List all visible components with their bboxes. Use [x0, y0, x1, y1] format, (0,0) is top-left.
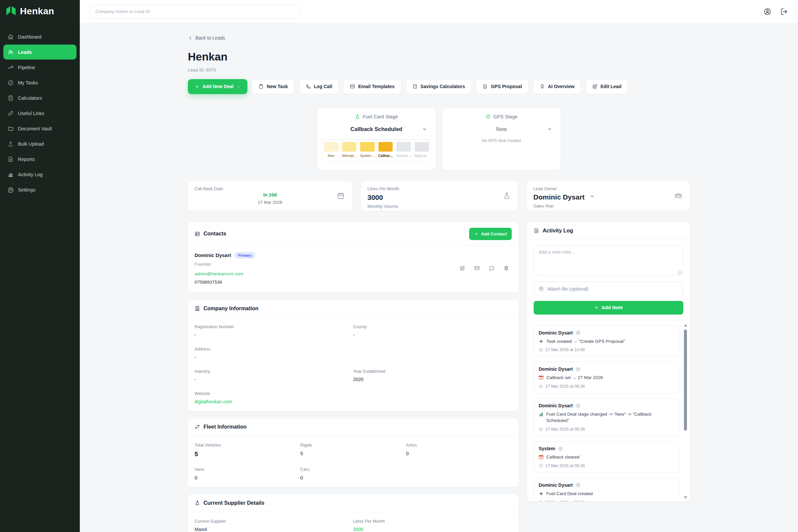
chevron-down-icon[interactable] [590, 194, 594, 198]
entry-author: Dominic Dysart [539, 330, 573, 336]
savings-calculators-button[interactable]: Savings Calculators [406, 79, 472, 94]
contact-role: Founder [194, 262, 255, 267]
gear-icon[interactable] [576, 330, 580, 335]
stage-swatch [378, 142, 393, 152]
calendar-icon [539, 375, 544, 380]
calendar-icon[interactable] [337, 192, 345, 200]
email-templates-button[interactable]: Email Templates [343, 79, 401, 94]
stage-swatch [324, 142, 339, 152]
gear-icon[interactable] [576, 404, 580, 408]
activity-scrollbar [684, 324, 688, 499]
entry-author: System [539, 446, 555, 451]
action-buttons-row: Add New Deal New Task Log Call Email Tem… [188, 79, 690, 94]
user-profile-icon[interactable] [763, 8, 772, 16]
new-note-input[interactable] [534, 245, 683, 276]
fuel-stage-select[interactable]: Callback Scheduled [326, 126, 427, 132]
bar-chart-icon [8, 172, 14, 177]
gps-stage-select[interactable]: New [451, 126, 552, 132]
scroll-down-arrow[interactable] [684, 496, 687, 499]
stage-step-callback[interactable]: Callbac... [376, 140, 395, 160]
home-icon [8, 34, 14, 40]
ai-overview-button[interactable]: AI Overview [533, 79, 581, 94]
contact-name: Dominic Dysart [194, 252, 231, 258]
upload-circle-icon [538, 286, 544, 291]
logout-icon[interactable] [780, 8, 788, 16]
entry-author: Dominic Dysart [539, 482, 573, 488]
gear-icon[interactable] [576, 367, 580, 372]
email-contact-icon[interactable] [474, 265, 480, 271]
contact-phone: 07598937536 [194, 280, 255, 285]
page-title: Henkan [188, 51, 690, 63]
gps-proposal-button[interactable]: GPS Proposal [476, 79, 528, 94]
left-column: Contacts Add Contact Dominic Dysart Prim… [188, 222, 518, 532]
sidebar-item-reports[interactable]: Reports [3, 152, 76, 167]
field-vans: Vans 0 [194, 467, 300, 480]
sidebar-item-calculators[interactable]: Calculators [3, 91, 76, 106]
activity-entry: System Callback cleared 17 Mar 2026 at 0… [534, 441, 680, 473]
field-cars: Cars 0 [300, 467, 406, 480]
contact-email-link[interactable]: admin@henkancrm.com [194, 271, 255, 276]
scroll-up-arrow[interactable] [684, 324, 687, 326]
fuel-stage-title-row: Fuel Card Stage [322, 114, 431, 119]
scrollbar-thumb[interactable] [684, 329, 687, 431]
add-new-deal-button[interactable]: Add New Deal [188, 79, 247, 94]
attach-file-button[interactable]: Attach file (optional) [534, 282, 683, 296]
add-note-button[interactable]: Add Note [534, 301, 683, 315]
lead-owner-name: Dominic Dysart [533, 193, 585, 201]
gear-icon[interactable] [558, 446, 563, 451]
stage-step-reviewing[interactable]: Reviewi... [394, 140, 413, 160]
sidebar-item-label: Useful Links [18, 111, 44, 116]
clock-icon [539, 384, 543, 389]
entry-time: 17 Mar 2026 at 08:26 [545, 427, 585, 432]
sidebar-item-my-tasks[interactable]: My Tasks [3, 75, 76, 90]
sidebar-item-settings[interactable]: Settings [3, 182, 76, 197]
edit-contact-icon[interactable] [459, 265, 465, 271]
shield-check-icon [486, 114, 491, 119]
main-content: Back to Leads Henkan Lead ID: 6975 Add N… [80, 23, 798, 532]
gear-icon [8, 187, 14, 193]
stage-step-new[interactable]: New [322, 140, 341, 160]
delete-contact-icon[interactable] [504, 265, 509, 271]
log-call-button[interactable]: Log Call [299, 79, 339, 94]
callback-due-badge: In 10d [194, 192, 345, 197]
litres-sub-label: Monthly Volume [367, 204, 511, 209]
edit-lead-button[interactable]: Edit Lead [586, 79, 628, 94]
clock-icon [539, 427, 543, 432]
contact-actions [459, 265, 512, 271]
sidebar-item-label: Activity Log [18, 172, 42, 177]
sidebar-item-label: Pipeline [18, 65, 35, 70]
sidebar-item-bulk-upload[interactable]: Bulk Upload [3, 136, 76, 151]
sidebar-item-label: Bulk Upload [18, 141, 44, 147]
stage-step-spoken[interactable]: Spoken ... [358, 140, 377, 160]
flask-icon [355, 114, 360, 119]
sidebar-item-pipeline[interactable]: Pipeline [3, 60, 76, 75]
fleet-information-title: Fleet Information [204, 424, 247, 430]
field-total-vehicles: Total Vehicles 5 [194, 442, 300, 458]
back-to-leads-link[interactable]: Back to Leads [188, 35, 225, 41]
sidebar-item-dashboard[interactable]: Dashboard [3, 29, 76, 44]
sidebar-item-document-vault[interactable]: Document Vault [3, 121, 76, 136]
website-link[interactable]: digitalhenkan.com [194, 399, 353, 404]
primary-badge: Primary [234, 252, 255, 259]
stage-step-attempted[interactable]: Attempt... [340, 140, 359, 160]
new-task-button[interactable]: New Task [252, 79, 294, 94]
sidebar-item-label: Settings [18, 187, 35, 192]
calculator-icon [412, 84, 418, 89]
field-industry: Industry - [194, 369, 353, 382]
stage-step-application[interactable]: Applicat... [413, 140, 431, 160]
note-icon [534, 228, 539, 233]
sidebar-item-leads[interactable]: Leads [3, 44, 76, 59]
sidebar-item-useful-links[interactable]: Useful Links [3, 106, 76, 121]
clock-icon [539, 500, 543, 501]
search-input[interactable] [90, 5, 300, 18]
check-circle-icon [8, 80, 14, 86]
field-rigids: Rigids 5 [300, 442, 406, 458]
current-supplier-title: Current Supplier Details [204, 500, 264, 506]
lead-id: Lead ID: 6975 [188, 68, 690, 73]
add-contact-button[interactable]: Add Contact [469, 228, 512, 240]
trending-up-icon [8, 64, 14, 71]
chat-contact-icon[interactable] [489, 265, 494, 271]
resize-handle[interactable] [678, 271, 682, 274]
sidebar-item-activity-log[interactable]: Activity Log [3, 167, 76, 182]
gear-icon[interactable] [576, 483, 580, 487]
